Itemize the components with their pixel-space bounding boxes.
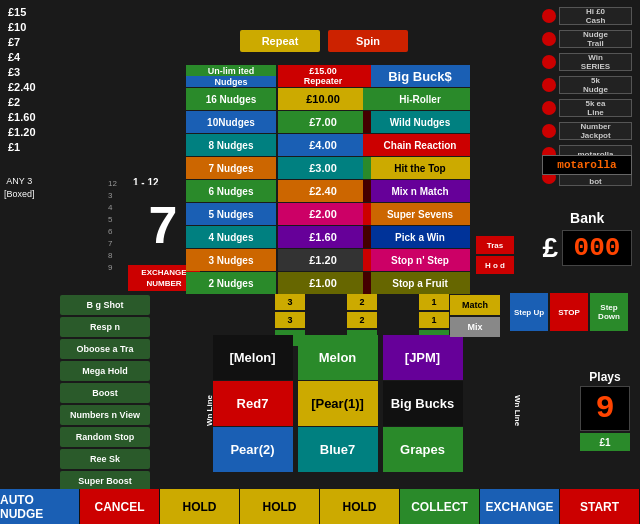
unlim-bot: Nudges [186,76,276,87]
prize-item: £1 [8,140,36,154]
feature-dot [363,272,371,294]
match-button[interactable]: Match [450,295,500,315]
top-buttons: Repeat Spin [240,30,408,52]
feature-dot [363,180,371,202]
right-label-text: 5k Nudge [559,76,632,94]
small-reels-row: 321 [275,312,449,328]
num-indicator: 9 [108,262,117,273]
feature-dot [363,134,371,156]
right-label-row: 5k ea Line [542,97,632,119]
control-button[interactable]: Boost [60,383,150,403]
prize-row: 16 Nudges [186,88,276,110]
right-label-text: 5k ea Line [559,99,632,117]
prize-item: £3 [8,65,36,79]
bank-value: 000 [562,230,632,266]
value-row: £1.60 [278,226,368,248]
control-button[interactable]: Mega Hold [60,361,150,381]
prize-row: 6 Nudges [186,180,276,202]
any3-label: ANY 3[Boxed] [4,175,35,201]
prize-row: 7 Nudges [186,157,276,179]
control-button[interactable]: Numbers n View [60,405,150,425]
hold-button-3[interactable]: HOLD [320,489,400,524]
value-list: £10.00£7.00£4.00£3.00£2.40£2.00£1.60£1.2… [278,88,368,294]
reel-col-3: [JPM] Big Bucks Grapes [380,335,465,473]
feature-dots [363,65,371,294]
led-dot [542,55,556,69]
feature-dot [363,111,371,133]
reel-3-2: Big Bucks [383,381,463,426]
plays-label: Plays [580,370,630,384]
feature-row: Hi-Roller [370,88,470,110]
feature-dot [363,203,371,225]
motorola-area: motarolla [542,155,632,175]
right-label-row: 5k Nudge [542,74,632,96]
mix-button[interactable]: Mix [450,317,500,337]
repeat-button[interactable]: Repeat [240,30,320,52]
hold-button-transfer[interactable]: H o d [476,256,514,274]
feature-row: Mix n Match [370,180,470,202]
plays-value: 9 [580,386,630,431]
control-button[interactable]: Resp n [60,317,150,337]
right-label-row: Nudge Trail [542,28,632,50]
cancel-button[interactable]: CANCEL [80,489,160,524]
feature-dot [363,157,371,179]
right-label-text: Hi £0 Cash [559,7,632,25]
feature-row: Hit the Top [370,157,470,179]
step-down-button[interactable]: Step Down [590,293,628,331]
prize-item: £10 [8,20,36,34]
reel-num-indicator: 3 [275,294,305,310]
right-label-row: Number Jackpot [542,120,632,142]
prize-row: 4 Nudges [186,226,276,248]
stop-button[interactable]: STOP [550,293,588,331]
prize-row: 10Nudges [186,111,276,133]
auto-nudge-button[interactable]: AUTO NUDGE [0,489,80,524]
transfer-button[interactable]: Tras [476,236,514,254]
spin-button[interactable]: Spin [328,30,408,52]
reels-area: [Melon] Red7 Pear(2) Melon [Pear(1)] Blu… [210,335,465,473]
reel-1-3: Pear(2) [213,427,293,472]
led-dot [542,9,556,23]
reel-3-3: Grapes [383,427,463,472]
feature-row: Stop n' Step [370,249,470,271]
big-number-display: 7 [133,185,193,265]
control-button[interactable]: Ree Sk [60,449,150,469]
prize-row: 5 Nudges [186,203,276,225]
hold-button-1[interactable]: HOLD [160,489,240,524]
step-up-button[interactable]: Step Up [510,293,548,331]
num-indicator: 3 [108,190,117,201]
control-button[interactable]: B g Shot [60,295,150,315]
exchange-button[interactable]: EXCHANGE [480,489,560,524]
value-row: £10.00 [278,88,368,110]
control-button[interactable]: Oboose a Tra [60,339,150,359]
feature-list: Hi-RollerWild NudgesChain ReactionHit th… [370,88,470,294]
feature-row: Chain Reaction [370,134,470,156]
reel-1-2: Red7 [213,381,293,426]
reel-num-indicator: 1 [419,294,449,310]
feature-dot [363,226,371,248]
prize-item: £15 [8,5,36,19]
control-button[interactable]: Random Stop [60,427,150,447]
reel-num-row: 3 [275,312,305,328]
prize-list: 16 Nudges10Nudges8 Nudges7 Nudges6 Nudge… [186,88,276,294]
value-header: £15.00 Repeater [278,65,368,87]
feature-row: Super Sevens [370,203,470,225]
bottom-bar: AUTO NUDGE CANCEL HOLD HOLD HOLD COLLECT… [0,489,640,524]
collect-button[interactable]: COLLECT [400,489,480,524]
hold-button-2[interactable]: HOLD [240,489,320,524]
start-button[interactable]: START [560,489,640,524]
feature-dot [363,88,371,110]
mid-controls: B g ShotResp nOboose a TraMega HoldBoost… [60,295,150,513]
prize-row: 3 Nudges [186,249,276,271]
bank-display: £ 000 [542,230,632,266]
motorola-display: motarolla [542,155,632,175]
unlim-top: Un-lim ited [186,65,276,76]
prize-row: 8 Nudges [186,134,276,156]
control-button[interactable]: Super Boost [60,471,150,491]
number-indicators: 123456789 [108,178,117,274]
right-label-row: Win SERIES [542,51,632,73]
bank-pound: £ [542,232,558,264]
prize-item: £1.20 [8,125,36,139]
value-row: £2.00 [278,203,368,225]
value-row: £7.00 [278,111,368,133]
feature-row: Pick a Win [370,226,470,248]
